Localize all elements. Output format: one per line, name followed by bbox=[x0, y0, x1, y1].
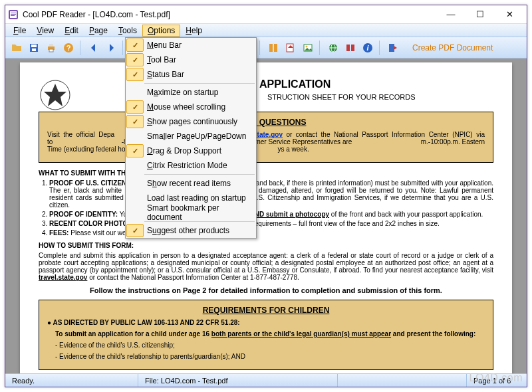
menu-edit[interactable]: Edit bbox=[59, 25, 84, 37]
menu-option-citrix-restriction-mode[interactable]: Citrix Restriction Mode bbox=[126, 158, 256, 173]
menu-help[interactable]: Help bbox=[180, 25, 207, 37]
menu-tools[interactable]: Tools bbox=[113, 25, 142, 37]
menu-file[interactable]: File bbox=[8, 25, 31, 37]
menu-option-maximize-on-startup[interactable]: Maximize on startup bbox=[126, 85, 256, 100]
print-icon[interactable] bbox=[44, 41, 59, 55]
info-box-1: ON AND QUESTIONS Visit the official Depa… bbox=[39, 112, 493, 163]
svg-rect-2 bbox=[11, 13, 16, 13]
toolbar-separator bbox=[80, 41, 82, 55]
toolbar: ?iCreate PDF Document bbox=[5, 37, 527, 58]
menu-page[interactable]: Page bbox=[84, 25, 113, 37]
check-icon bbox=[126, 224, 144, 237]
menu-options[interactable]: Options bbox=[142, 25, 180, 37]
list-item: PROOF OF IDENTITY: You must present your… bbox=[49, 211, 493, 218]
globe-icon[interactable] bbox=[326, 41, 340, 55]
list-item: RECENT COLOR PHOTOGRAPH: Photograph must… bbox=[49, 220, 493, 227]
menu-option-label: Tool Bar bbox=[144, 55, 176, 64]
svg-rect-4 bbox=[11, 15, 15, 16]
check-icon bbox=[126, 39, 144, 52]
menu-option-label: Maximize on startup bbox=[144, 88, 218, 97]
check-icon bbox=[126, 86, 144, 99]
save-icon[interactable] bbox=[27, 41, 41, 55]
layout-icon[interactable] bbox=[266, 41, 281, 55]
svg-rect-6 bbox=[31, 45, 37, 47]
menu-view[interactable]: View bbox=[31, 25, 59, 37]
svg-point-26 bbox=[306, 45, 308, 47]
svg-rect-9 bbox=[49, 44, 53, 47]
pdf-page: RT APPLICATION PLE STRUCTION SHEET FOR Y… bbox=[20, 62, 512, 373]
document-area[interactable]: RT APPLICATION PLE STRUCTION SHEET FOR Y… bbox=[5, 58, 527, 373]
box2-line: - Evidence of the child's relationship t… bbox=[55, 353, 485, 360]
extract-icon[interactable] bbox=[283, 41, 298, 55]
seal-icon bbox=[39, 78, 72, 112]
help-icon[interactable]: ? bbox=[61, 41, 76, 55]
check-icon bbox=[126, 130, 144, 143]
svg-rect-7 bbox=[32, 49, 36, 51]
how-submit-text: Complete and submit this application in … bbox=[39, 252, 493, 281]
menu-option-label: Suggest other products bbox=[144, 226, 229, 235]
close-button[interactable]: ✕ bbox=[495, 6, 524, 23]
titlebar: Cool PDF Reader - [LO4D.com - Test.pdf] … bbox=[5, 5, 527, 24]
check-icon bbox=[126, 159, 144, 172]
menu-option-label: Menu Bar bbox=[144, 41, 182, 50]
minimize-button[interactable]: — bbox=[436, 6, 466, 23]
menu-option-label: Show pages continuously bbox=[144, 117, 237, 126]
options-dropdown: Menu BarTool BarStatus BarMaximize on st… bbox=[125, 37, 257, 239]
check-icon bbox=[126, 177, 144, 190]
check-icon bbox=[126, 68, 144, 81]
list-item: FEES: Please visit our website at travel… bbox=[49, 229, 493, 237]
menu-separator bbox=[144, 83, 255, 84]
svg-rect-32 bbox=[389, 44, 394, 52]
section-h-1: WHAT TO SUBMIT WITH TH bbox=[39, 169, 493, 177]
svg-rect-10 bbox=[49, 49, 53, 52]
doc-subtitle: PLE STRUCTION SHEET FOR YOUR RECORDS bbox=[39, 93, 493, 101]
menu-option-show-recent-read-items[interactable]: Show recent read items bbox=[126, 176, 256, 191]
image-icon[interactable] bbox=[301, 41, 315, 55]
list-item: PROOF OF U.S. CITIZEN otocopy of the fro… bbox=[49, 179, 493, 209]
box2-line: To submit an application for a child und… bbox=[55, 330, 485, 338]
follow-text: Follow the instructions on Page 2 for de… bbox=[39, 286, 493, 294]
menu-option-label: Drag & Drop Support bbox=[144, 146, 221, 155]
maximize-button[interactable]: ☐ bbox=[466, 6, 495, 23]
box2-line: ● AS DIRECTED BY PUBLIC LAW 106-113 AND … bbox=[47, 319, 485, 326]
status-file: File: LO4D.com - Test.pdf bbox=[138, 374, 338, 387]
check-icon bbox=[126, 206, 144, 219]
toolbar-separator bbox=[379, 41, 382, 55]
exit-icon[interactable] bbox=[386, 41, 400, 55]
status-ready: Ready. bbox=[5, 374, 138, 387]
menu-option-label: Mouse wheel scrolling bbox=[144, 102, 225, 112]
menu-option-smaller-pageup-pagedown[interactable]: Smaller PageUp/PageDown bbox=[126, 129, 256, 144]
statusbar: Ready. File: LO4D.com - Test.pdf Page 1 … bbox=[5, 373, 527, 387]
menu-option-smart-bookmark-per-document[interactable]: Smart bookmark per document bbox=[126, 205, 256, 220]
box1-title: ON AND QUESTIONS bbox=[47, 118, 485, 127]
app-window: Cool PDF Reader - [LO4D.com - Test.pdf] … bbox=[5, 5, 527, 387]
menu-option-label: Smart bookmark per document bbox=[144, 203, 256, 222]
forward-icon[interactable] bbox=[104, 41, 118, 55]
submit-list: PROOF OF U.S. CITIZEN otocopy of the fro… bbox=[49, 179, 493, 237]
box1-text: Visit the official Depa el.state.gov or … bbox=[47, 131, 485, 153]
menu-option-status-bar[interactable]: Status Bar bbox=[126, 67, 256, 82]
menu-option-label: Status Bar bbox=[144, 70, 184, 79]
menu-option-label: Citrix Restriction Mode bbox=[144, 161, 227, 170]
toolbar-separator bbox=[319, 41, 322, 55]
doc-heading: RT APPLICATION bbox=[39, 78, 493, 90]
check-icon bbox=[126, 191, 144, 205]
menu-option-mouse-wheel-scrolling[interactable]: Mouse wheel scrolling bbox=[126, 100, 256, 114]
menu-separator bbox=[144, 174, 255, 175]
window-title: Cool PDF Reader - [LO4D.com - Test.pdf] bbox=[23, 10, 436, 19]
info-icon[interactable]: i bbox=[360, 41, 375, 55]
check-icon bbox=[126, 53, 144, 66]
menu-option-menu-bar[interactable]: Menu Bar bbox=[126, 38, 256, 52]
menu-option-show-pages-continuously[interactable]: Show pages continuously bbox=[126, 114, 256, 129]
menu-option-tool-bar[interactable]: Tool Bar bbox=[126, 52, 256, 67]
book-icon[interactable] bbox=[343, 41, 358, 55]
create-pdf-link[interactable]: Create PDF Document bbox=[412, 43, 493, 52]
menu-option-drag-drop-support[interactable]: Drag & Drop Support bbox=[126, 144, 256, 158]
menu-option-suggest-other-products[interactable]: Suggest other products bbox=[126, 223, 256, 238]
status-spacer bbox=[338, 374, 467, 387]
open-icon[interactable] bbox=[9, 41, 24, 55]
back-icon[interactable] bbox=[86, 41, 101, 55]
svg-rect-3 bbox=[11, 14, 16, 15]
menu-option-label: Smaller PageUp/PageDown bbox=[144, 132, 246, 141]
menu-option-label: Load last reading on startup bbox=[144, 193, 246, 203]
